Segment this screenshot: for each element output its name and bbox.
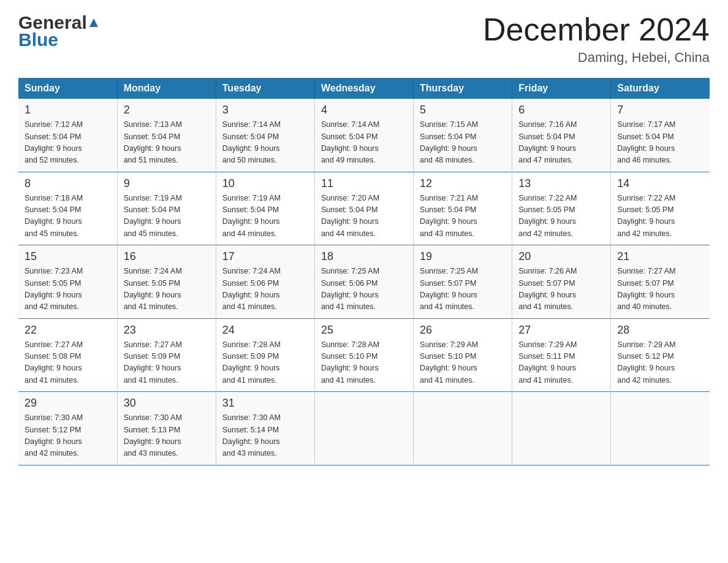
daylight-minutes: and 42 minutes. xyxy=(617,376,672,385)
header-wednesday: Wednesday xyxy=(314,78,413,99)
daylight-minutes: and 41 minutes. xyxy=(518,376,573,385)
day-info: Sunrise: 7:15 AM Sunset: 5:04 PM Dayligh… xyxy=(420,119,506,167)
daylight-label: Daylight: 9 hours xyxy=(420,144,477,153)
day-info: Sunrise: 7:29 AM Sunset: 5:11 PM Dayligh… xyxy=(518,339,604,387)
daylight-label: Daylight: 9 hours xyxy=(25,144,82,153)
day-number: 29 xyxy=(25,397,111,410)
sunset-label: Sunset: 5:05 PM xyxy=(518,205,575,214)
day-info: Sunrise: 7:28 AM Sunset: 5:09 PM Dayligh… xyxy=(222,339,308,387)
table-row: 10 Sunrise: 7:19 AM Sunset: 5:04 PM Dayl… xyxy=(216,172,314,245)
day-number: 7 xyxy=(617,104,703,117)
table-row: 3 Sunrise: 7:14 AM Sunset: 5:04 PM Dayli… xyxy=(216,99,314,172)
table-row: 27 Sunrise: 7:29 AM Sunset: 5:11 PM Dayl… xyxy=(512,318,611,392)
daylight-minutes: and 41 minutes. xyxy=(222,302,277,311)
daylight-minutes: and 42 minutes. xyxy=(25,449,79,458)
sunset-label: Sunset: 5:12 PM xyxy=(25,426,81,434)
table-row: 2 Sunrise: 7:13 AM Sunset: 5:04 PM Dayli… xyxy=(117,99,216,172)
daylight-minutes: and 41 minutes. xyxy=(25,376,79,385)
sunset-label: Sunset: 5:09 PM xyxy=(124,352,180,361)
daylight-minutes: and 45 minutes. xyxy=(25,229,79,238)
sunset-label: Sunset: 5:10 PM xyxy=(321,352,377,361)
day-number: 24 xyxy=(222,324,308,337)
sunset-label: Sunset: 5:04 PM xyxy=(25,132,81,141)
daylight-minutes: and 50 minutes. xyxy=(222,156,277,164)
daylight-label: Daylight: 9 hours xyxy=(518,291,576,299)
sunrise-label: Sunrise: 7:30 AM xyxy=(25,413,83,422)
daylight-minutes: and 41 minutes. xyxy=(124,376,178,385)
daylight-minutes: and 43 minutes. xyxy=(222,449,277,458)
sunset-label: Sunset: 5:07 PM xyxy=(420,279,476,288)
sunset-label: Sunset: 5:13 PM xyxy=(124,426,180,434)
table-row: 24 Sunrise: 7:28 AM Sunset: 5:09 PM Dayl… xyxy=(216,318,314,392)
sunrise-label: Sunrise: 7:29 AM xyxy=(617,340,675,349)
logo-blue: Blue xyxy=(18,29,58,50)
daylight-minutes: and 40 minutes. xyxy=(617,302,672,311)
daylight-label: Daylight: 9 hours xyxy=(222,437,280,446)
daylight-label: Daylight: 9 hours xyxy=(124,217,181,226)
day-info: Sunrise: 7:26 AM Sunset: 5:07 PM Dayligh… xyxy=(518,266,604,313)
sunrise-label: Sunrise: 7:22 AM xyxy=(617,194,675,202)
day-info: Sunrise: 7:24 AM Sunset: 5:06 PM Dayligh… xyxy=(222,266,308,313)
daylight-label: Daylight: 9 hours xyxy=(25,291,82,299)
sunrise-label: Sunrise: 7:20 AM xyxy=(321,194,379,202)
day-number: 28 xyxy=(617,324,703,337)
day-info: Sunrise: 7:24 AM Sunset: 5:05 PM Dayligh… xyxy=(124,266,210,313)
day-number: 20 xyxy=(518,250,604,263)
day-number: 6 xyxy=(518,104,604,117)
sunrise-label: Sunrise: 7:21 AM xyxy=(420,194,478,202)
sunset-label: Sunset: 5:05 PM xyxy=(25,279,81,288)
table-row: 1 Sunrise: 7:12 AM Sunset: 5:04 PM Dayli… xyxy=(18,99,117,172)
daylight-minutes: and 43 minutes. xyxy=(124,449,178,458)
day-info: Sunrise: 7:20 AM Sunset: 5:04 PM Dayligh… xyxy=(321,193,407,240)
daylight-label: Daylight: 9 hours xyxy=(25,437,82,446)
daylight-label: Daylight: 9 hours xyxy=(222,144,280,153)
day-number: 19 xyxy=(420,250,506,263)
sunset-label: Sunset: 5:12 PM xyxy=(617,352,673,361)
day-info: Sunrise: 7:19 AM Sunset: 5:04 PM Dayligh… xyxy=(222,193,308,240)
day-number: 14 xyxy=(617,177,703,190)
daylight-label: Daylight: 9 hours xyxy=(420,217,477,226)
daylight-minutes: and 43 minutes. xyxy=(420,229,474,238)
table-row: 23 Sunrise: 7:27 AM Sunset: 5:09 PM Dayl… xyxy=(117,318,216,392)
sunset-label: Sunset: 5:05 PM xyxy=(124,279,180,288)
day-number: 30 xyxy=(124,397,210,410)
day-info: Sunrise: 7:25 AM Sunset: 5:06 PM Dayligh… xyxy=(321,266,407,313)
table-row: 8 Sunrise: 7:18 AM Sunset: 5:04 PM Dayli… xyxy=(18,172,117,245)
daylight-label: Daylight: 9 hours xyxy=(321,144,379,153)
day-info: Sunrise: 7:27 AM Sunset: 5:08 PM Dayligh… xyxy=(25,339,111,387)
location-title: Daming, Hebei, China xyxy=(483,50,710,66)
page-header: General Blue December 2024 Daming, Hebei… xyxy=(18,12,710,66)
table-row xyxy=(314,392,413,465)
day-number: 23 xyxy=(124,324,210,337)
day-info: Sunrise: 7:19 AM Sunset: 5:04 PM Dayligh… xyxy=(124,193,210,240)
daylight-minutes: and 41 minutes. xyxy=(518,302,573,311)
sunrise-label: Sunrise: 7:17 AM xyxy=(617,120,675,129)
day-number: 31 xyxy=(222,397,308,410)
sunrise-label: Sunrise: 7:14 AM xyxy=(321,120,379,129)
sunrise-label: Sunrise: 7:13 AM xyxy=(124,120,182,129)
svg-marker-0 xyxy=(89,18,98,27)
daylight-minutes: and 41 minutes. xyxy=(124,302,178,311)
daylight-label: Daylight: 9 hours xyxy=(321,217,379,226)
sunset-label: Sunset: 5:04 PM xyxy=(222,205,279,214)
daylight-minutes: and 41 minutes. xyxy=(420,302,474,311)
sunset-label: Sunset: 5:04 PM xyxy=(518,132,575,141)
day-number: 18 xyxy=(321,250,407,263)
table-row: 7 Sunrise: 7:17 AM Sunset: 5:04 PM Dayli… xyxy=(611,99,710,172)
daylight-minutes: and 44 minutes. xyxy=(222,229,277,238)
sunrise-label: Sunrise: 7:24 AM xyxy=(222,267,281,275)
sunrise-label: Sunrise: 7:30 AM xyxy=(222,413,281,422)
header-saturday: Saturday xyxy=(611,78,710,99)
daylight-label: Daylight: 9 hours xyxy=(222,217,280,226)
day-info: Sunrise: 7:29 AM Sunset: 5:10 PM Dayligh… xyxy=(420,339,506,387)
title-block: December 2024 Daming, Hebei, China xyxy=(483,12,710,66)
daylight-label: Daylight: 9 hours xyxy=(617,217,675,226)
day-info: Sunrise: 7:30 AM Sunset: 5:12 PM Dayligh… xyxy=(25,412,111,460)
table-row: 14 Sunrise: 7:22 AM Sunset: 5:05 PM Dayl… xyxy=(611,172,710,245)
day-info: Sunrise: 7:21 AM Sunset: 5:04 PM Dayligh… xyxy=(420,193,506,240)
day-info: Sunrise: 7:22 AM Sunset: 5:05 PM Dayligh… xyxy=(518,193,604,240)
day-number: 4 xyxy=(321,104,407,117)
table-row: 30 Sunrise: 7:30 AM Sunset: 5:13 PM Dayl… xyxy=(117,392,216,465)
sunset-label: Sunset: 5:04 PM xyxy=(420,205,476,214)
sunrise-label: Sunrise: 7:14 AM xyxy=(222,120,281,129)
